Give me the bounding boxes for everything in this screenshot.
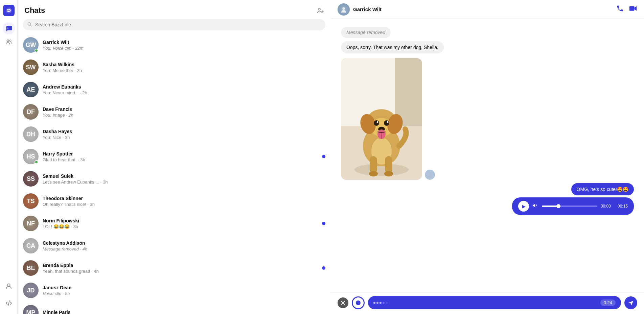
sidebar-actions bbox=[317, 7, 324, 14]
online-indicator bbox=[34, 49, 38, 52]
nav-bottom bbox=[0, 280, 18, 309]
contact-preview: Message removed · 4h bbox=[43, 246, 325, 251]
contact-preview: Glad to hear that. · 3h bbox=[43, 157, 320, 162]
svg-point-38 bbox=[429, 173, 431, 175]
contact-name: Garrick Wilt bbox=[43, 40, 325, 45]
online-indicator bbox=[34, 160, 38, 164]
video-icon[interactable] bbox=[629, 5, 637, 14]
play-button[interactable]: ▶ bbox=[518, 201, 529, 212]
contact-name: Celestyna Addison bbox=[43, 240, 325, 246]
svg-point-26 bbox=[384, 171, 393, 176]
search-bar bbox=[23, 19, 325, 30]
svg-point-34 bbox=[387, 121, 389, 123]
contact-preview: Yeah, that sounds great! · 4h bbox=[43, 269, 320, 274]
contact-list: GWGarrick WiltYou: Voice clip · 22mSWSas… bbox=[18, 34, 331, 314]
contact-name: Minnie Paris bbox=[43, 310, 325, 314]
chat-header-avatar bbox=[338, 3, 350, 16]
message-sender-avatar bbox=[425, 170, 435, 180]
record-button[interactable] bbox=[352, 296, 365, 309]
svg-point-6 bbox=[9, 28, 10, 28]
contact-name: Dave Francis bbox=[43, 106, 325, 112]
svg-point-32 bbox=[384, 120, 389, 126]
contact-item-samuel[interactable]: SSSamuel SulekLet's see Andrew Eubanks .… bbox=[18, 168, 331, 190]
sidebar-header: Chats bbox=[18, 0, 331, 19]
svg-rect-23 bbox=[370, 156, 377, 173]
contact-name: Theodora Skinner bbox=[43, 196, 325, 201]
recording-timer: 0:24 bbox=[600, 299, 616, 306]
contact-item-brenda[interactable]: BEBrenda EppieYeah, that sounds great! ·… bbox=[18, 257, 331, 279]
nav-settings[interactable] bbox=[3, 297, 15, 309]
chat-area: Garrick Wilt Message removed Oops, sorry… bbox=[331, 0, 644, 314]
contact-item-dasha[interactable]: DHDasha HayesYou: Nice · 3h bbox=[18, 123, 331, 145]
search-icon bbox=[27, 22, 32, 28]
contact-item-garrick[interactable]: GWGarrick WiltYou: Voice clip · 22m bbox=[18, 34, 331, 56]
recording-bar: 0:24 bbox=[368, 296, 621, 309]
voice-message-right: ▶ 00:00 00:15 bbox=[512, 197, 634, 215]
contact-name: Brenda Eppie bbox=[43, 263, 320, 268]
contact-name: Sasha Wilkins bbox=[43, 62, 325, 67]
contact-item-janusz[interactable]: JDJanusz DeanVoice clip · 5h bbox=[18, 279, 331, 301]
contact-item-andrew[interactable]: AEAndrew EubanksYou: Never mind... · 2h bbox=[18, 78, 331, 101]
sidebar-title: Chats bbox=[24, 6, 45, 15]
unread-dot bbox=[322, 222, 325, 225]
unread-dot bbox=[322, 155, 325, 158]
cancel-recording-button[interactable] bbox=[338, 297, 348, 308]
contact-preview: Let's see Andrew Eubanks ... · 3h bbox=[43, 179, 325, 185]
contact-name: Dasha Hayes bbox=[43, 129, 325, 134]
progress-bar[interactable] bbox=[542, 206, 597, 207]
svg-point-33 bbox=[377, 121, 378, 123]
svg-point-7 bbox=[7, 40, 9, 42]
sidebar: Chats GWGarrick WiltYou: Voice clip · 22… bbox=[18, 0, 331, 314]
play-icon: ▶ bbox=[522, 204, 526, 209]
svg-point-15 bbox=[342, 7, 345, 9]
record-inner bbox=[356, 300, 361, 305]
message-removed: Message removed bbox=[341, 27, 391, 38]
nav-contacts[interactable] bbox=[3, 36, 15, 48]
contact-name: Harry Spotter bbox=[43, 151, 320, 156]
contact-preview: Oh really? That's nice! · 3h bbox=[43, 202, 325, 207]
contact-preview: Voice clip · 5h bbox=[43, 291, 325, 296]
svg-rect-16 bbox=[629, 6, 635, 11]
app-logo bbox=[3, 5, 15, 16]
svg-point-31 bbox=[374, 120, 379, 126]
chat-header-actions bbox=[616, 5, 637, 14]
contact-name: Janusz Dean bbox=[43, 285, 325, 290]
svg-point-2 bbox=[8, 10, 9, 11]
add-contact-icon[interactable] bbox=[317, 7, 324, 14]
message-bubble-left: Oops, sorry. That was my other dog, Shei… bbox=[341, 41, 444, 53]
contact-item-harry[interactable]: HSHarry SpotterGlad to hear that. · 3h bbox=[18, 145, 331, 168]
chat-input-area: 0:24 bbox=[331, 292, 644, 314]
svg-line-14 bbox=[30, 25, 31, 26]
nav-profile[interactable] bbox=[3, 280, 15, 292]
contact-item-dave[interactable]: DFDave FrancisYou: Image · 2h bbox=[18, 101, 331, 123]
contact-item-minnie[interactable]: MPMinnie Paris bbox=[18, 301, 331, 314]
nav-chats[interactable] bbox=[3, 22, 15, 34]
svg-point-10 bbox=[319, 8, 321, 10]
send-button[interactable] bbox=[624, 296, 637, 309]
message-image-wrap bbox=[341, 58, 435, 180]
phone-icon[interactable] bbox=[616, 5, 624, 14]
messages-area: Message removed Oops, sorry. That was my… bbox=[331, 19, 644, 292]
contact-preview: You: Image · 2h bbox=[43, 113, 325, 118]
contact-item-theodora[interactable]: TSTheodora SkinnerOh really? That's nice… bbox=[18, 190, 331, 212]
left-nav bbox=[0, 0, 18, 314]
volume-icon[interactable] bbox=[532, 202, 538, 210]
contact-preview: LOL! 😂😂😂 · 3h bbox=[43, 224, 320, 229]
contact-preview: You: Voice clip · 22m bbox=[43, 46, 325, 51]
contact-name: Norm Filipowski bbox=[43, 218, 320, 223]
message-bubble-right: OMG, he's so cute!🤩🤩 bbox=[571, 183, 634, 195]
contact-preview: You: Me neither · 2h bbox=[43, 68, 325, 73]
search-input[interactable] bbox=[23, 19, 325, 30]
contact-name: Andrew Eubanks bbox=[43, 84, 325, 90]
svg-point-5 bbox=[8, 28, 9, 28]
contact-item-celestyna[interactable]: CACelestyna AddisonMessage removed · 4h bbox=[18, 235, 331, 257]
contact-preview: You: Never mind... · 2h bbox=[43, 90, 325, 95]
contact-item-norm[interactable]: NFNorm FilipowskiLOL! 😂😂😂 · 3h bbox=[18, 212, 331, 235]
time-current: 00:00 bbox=[601, 204, 611, 209]
svg-rect-24 bbox=[385, 156, 392, 173]
chat-header-name: Garrick Wilt bbox=[353, 6, 616, 12]
contact-item-sasha[interactable]: SWSasha WilkinsYou: Me neither · 2h bbox=[18, 56, 331, 78]
contact-name: Samuel Sulek bbox=[43, 173, 325, 179]
svg-point-3 bbox=[9, 10, 10, 11]
unread-dot bbox=[322, 266, 325, 270]
